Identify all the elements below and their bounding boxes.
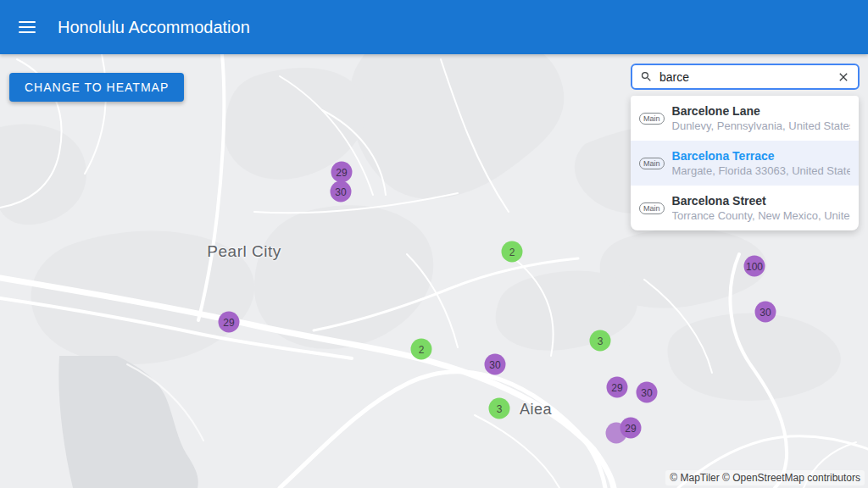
result-title: Barcelona Terrace (672, 149, 850, 163)
map-cluster-marker[interactable]: 30 (637, 382, 658, 403)
map-cluster-marker[interactable]: 3 (590, 330, 611, 352)
menu-icon[interactable] (19, 18, 36, 36)
app-header: Honolulu Accommodation (0, 0, 868, 54)
map-cluster-marker[interactable]: 30 (485, 354, 506, 375)
map-cluster-marker[interactable]: 29 (607, 377, 628, 398)
autocomplete-item-selected[interactable]: Main Barcelona Terrace Margate, Florida … (631, 141, 859, 186)
result-subtitle: Torrance County, New Mexico, United Stat… (672, 209, 850, 222)
app-title: Honolulu Accommodation (58, 18, 250, 37)
result-type-badge: Main (639, 202, 665, 214)
map-cluster-marker[interactable]: 2 (502, 241, 523, 263)
search-panel: Main Barcelone Lane Dunlevy, Pennsylvani… (631, 64, 860, 90)
change-to-heatmap-button[interactable]: CHANGE TO HEATMAP (9, 73, 184, 102)
map-cluster-marker[interactable]: 29 (331, 162, 353, 183)
result-title: Barcelone Lane (672, 104, 850, 118)
map-cluster-marker[interactable]: 29 (620, 418, 642, 439)
map-cluster-marker[interactable]: 100 (744, 256, 765, 277)
search-input[interactable] (659, 70, 830, 84)
map-cluster-marker[interactable]: 30 (755, 302, 776, 323)
map-cluster-marker[interactable]: 3 (489, 398, 510, 419)
result-title: Barcelona Street (672, 194, 850, 208)
autocomplete-item[interactable]: Main Barcelone Lane Dunlevy, Pennsylvani… (631, 96, 859, 141)
result-type-badge: Main (639, 158, 665, 169)
autocomplete-item[interactable]: Main Barcelona Street Torrance County, N… (631, 186, 859, 230)
map-cluster-marker[interactable]: 2 (411, 339, 432, 360)
map-attribution[interactable]: © MapTiler © OpenStreetMap contributors (665, 470, 865, 485)
result-subtitle: Dunlevy, Pennsylvania, United States (672, 119, 850, 132)
map-cluster-marker[interactable]: 30 (331, 181, 352, 202)
autocomplete-dropdown: Main Barcelone Lane Dunlevy, Pennsylvani… (631, 96, 859, 230)
search-box[interactable] (631, 64, 860, 90)
result-subtitle: Margate, Florida 33063, United States (672, 164, 850, 177)
result-type-badge: Main (639, 113, 665, 125)
search-icon (640, 70, 653, 83)
clear-search-icon[interactable] (837, 70, 850, 84)
map-cluster-marker[interactable]: 29 (219, 312, 240, 333)
